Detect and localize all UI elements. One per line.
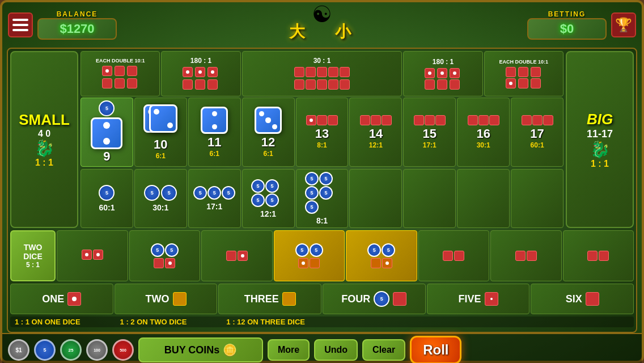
bottom-one[interactable]: ONE [10,284,113,314]
chip-icon: 5 [305,172,319,185]
number-cell-17[interactable]: 17 60:1 [511,98,564,167]
six-label: SIX [566,293,582,305]
bottom-four[interactable]: FOUR 5 [323,284,426,314]
bottom-five[interactable]: FIVE [427,284,530,314]
bet-empty-1[interactable] [457,169,510,228]
middle-grid: EACH DOUBLE 10:1 [80,51,564,228]
chip-icon: 5 [374,291,389,307]
bet-12[interactable]: 5 5 5 5 12:1 [242,169,295,228]
two-dice-button[interactable]: TWO DICE 5 : 1 [10,230,56,281]
buy-coins-button[interactable]: BUY COINs 🪙 [138,337,263,362]
two-dice-cell-yellow-1[interactable]: 5 5 [274,230,345,281]
die-icon [328,115,338,125]
chip-500-button[interactable]: 500 [112,339,134,361]
clear-button[interactable]: Clear [362,339,405,361]
bottom-two[interactable]: TWO [115,284,218,314]
chip-icon: 5 [265,193,279,207]
die-icon [306,115,316,125]
bottom-six[interactable]: SIX [531,284,634,314]
die-three [282,292,296,306]
die-icon [102,66,112,76]
number-cell-15[interactable]: 15 17:1 [403,98,456,167]
bet-60[interactable]: 5 60:1 [80,169,133,228]
balance-label: BALANCE [57,10,98,18]
two-dice-cell-6[interactable] [490,230,562,281]
blue-die [255,107,282,134]
two-dice-grid: 5 5 5 [57,230,634,281]
number-cell-12[interactable]: 12 6:1 [242,98,295,167]
die-icon [382,115,392,125]
two-dice-cell-7[interactable] [563,230,634,281]
doubles-row: EACH DOUBLE 10:1 [80,51,564,96]
two-dice-cell-2[interactable]: 5 5 [129,230,201,281]
chip-icon: 5 [251,179,265,193]
ratio-180-right[interactable]: 180 : 1 [403,51,482,96]
bet-8[interactable]: 5 5 5 5 5 8:1 [296,169,349,228]
chip-icon: 5 [305,200,319,214]
two-dice-cell-5[interactable] [418,230,490,281]
chip-100-button[interactable]: 100 [86,339,108,361]
number-cell-11[interactable]: 11 6:1 [188,98,241,167]
die-four [393,292,406,306]
die-icon [587,251,598,261]
die-icon [238,251,248,261]
ratio-17: 60:1 [531,141,544,149]
bet-30[interactable]: 5 5 30:1 [134,169,187,228]
number-cell-9[interactable]: 5 9 [80,98,133,167]
two-dice-cell-3[interactable] [201,230,273,281]
more-button[interactable]: More [268,339,310,361]
die-icon [531,78,541,88]
game-title: 大 小 [289,21,355,43]
five-label: FIVE [459,293,481,305]
number-16: 16 [476,126,490,141]
chip-25-button[interactable]: 25 [60,339,82,361]
undo-button[interactable]: Undo [314,339,358,361]
ratio-60: 60:1 [99,203,115,212]
die-icon [226,251,236,261]
roll-button[interactable]: Roll [410,336,461,363]
big-panel[interactable]: BIG 11-17 🐉 1 : 1 [566,51,634,228]
big-ratio: 1 : 1 [591,159,609,169]
bet-10-empty[interactable] [349,169,402,228]
die-icon [195,79,205,90]
bet-17[interactable]: 5 5 5 17:1 [188,169,241,228]
chip-icon: 5 [151,243,164,257]
ratio-180-left[interactable]: 180 : 1 [161,51,240,96]
two-dice-cell-1[interactable] [57,230,128,281]
number-12: 12 [261,135,275,150]
number-cell-10[interactable]: 10 6:1 [134,98,187,167]
bet-11-empty[interactable] [403,169,456,228]
die-icon [425,79,435,90]
each-double-left-label: EACH DOUBLE 10:1 [96,58,145,64]
each-double-left[interactable]: EACH DOUBLE 10:1 [80,51,160,96]
bet-empty-2[interactable] [511,169,564,228]
die-icon [437,68,447,78]
trophy-button[interactable]: 🏆 [611,12,636,37]
buy-coins-label: BUY COINs [164,344,220,356]
chip-25-label: 25 [69,348,74,353]
menu-button[interactable] [8,12,33,37]
die-icon [317,115,327,125]
small-panel[interactable]: SMALL 4 0 🐉 1 : 1 [10,51,78,228]
ratio-12: 6:1 [263,150,273,158]
die-icon [437,79,447,90]
two-label: TWO [146,293,170,305]
number-cell-14[interactable]: 14 12:1 [349,98,402,167]
chip-1-button[interactable]: $1 [8,339,29,361]
two-dice-cell-yellow-2[interactable]: 5 5 [346,230,417,281]
each-double-right[interactable]: EACH DOUBLE 10:1 [484,51,564,96]
die-icon [195,67,205,77]
ratio-30-top[interactable]: 30 : 1 [242,51,402,96]
betting-label: BETTING [548,10,586,18]
chip-icon: 5 [99,185,115,201]
number-17: 17 [530,126,544,141]
chip-icon: 5 [193,186,207,200]
die-icon [93,250,103,260]
bottom-three[interactable]: THREE [218,284,321,314]
die-icon [489,115,499,125]
die-icon [115,66,125,76]
ratio-11: 6:1 [210,150,219,158]
number-cell-16[interactable]: 16 30:1 [457,98,510,167]
chip-5-button[interactable]: 5 [34,339,56,361]
number-cell-13[interactable]: 13 8:1 [296,98,349,167]
